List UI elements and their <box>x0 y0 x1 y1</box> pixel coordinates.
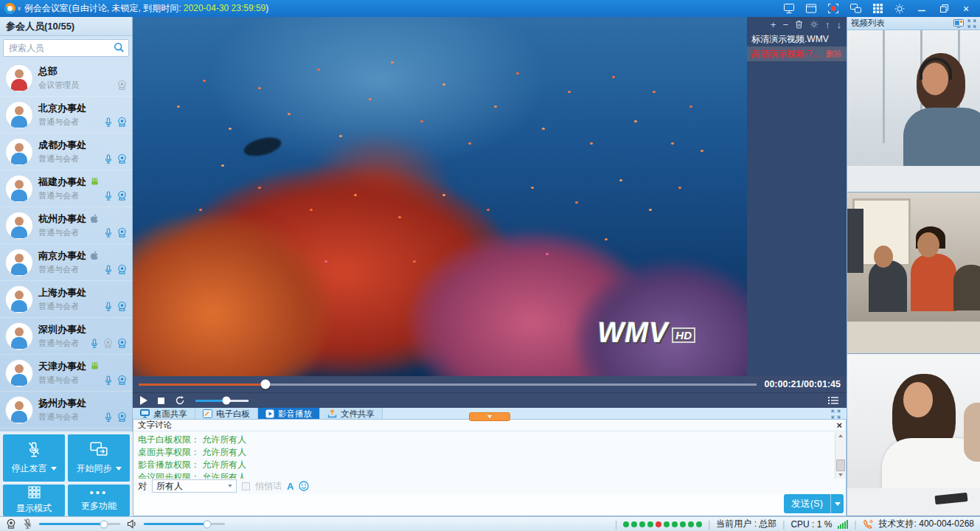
video-wall-icon[interactable] <box>953 19 964 28</box>
mic-icon[interactable] <box>104 117 113 128</box>
scroll-thumb[interactable] <box>836 459 845 471</box>
speaker-volume-slider[interactable] <box>144 523 225 525</box>
move-up-icon[interactable]: ↑ <box>825 20 830 30</box>
mic-icon[interactable] <box>104 375 113 386</box>
participant-row[interactable]: 南京办事处 普通与会者 <box>0 244 133 281</box>
start-sync-button[interactable]: 开始同步 <box>68 434 130 482</box>
webcam-icon[interactable] <box>117 190 127 201</box>
scroll-down-arrow[interactable] <box>835 471 846 479</box>
whisper-checkbox[interactable] <box>242 482 250 490</box>
video-thumbnail-3[interactable] <box>847 354 980 516</box>
emoji-button[interactable] <box>299 481 309 491</box>
playlist-settings-icon[interactable] <box>810 20 819 29</box>
close-button[interactable]: × <box>959 3 973 15</box>
webcam-icon[interactable] <box>117 338 127 349</box>
speaker-volume-thumb[interactable] <box>203 520 211 528</box>
chat-collapse-handle[interactable] <box>469 412 510 421</box>
scroll-up-arrow[interactable] <box>835 432 846 440</box>
fullscreen-expand-icon[interactable] <box>831 408 847 420</box>
participant-row[interactable]: 上海办事处 普通与会者 <box>0 281 133 318</box>
webcam-icon[interactable] <box>117 301 127 312</box>
tab-whiteboard[interactable]: 电子白板 <box>195 408 258 420</box>
participant-row[interactable]: 扬州办事处 普通与会者 <box>0 392 133 428</box>
video-thumbnail-2[interactable] <box>847 192 980 355</box>
more-functions-label: 更多功能 <box>81 500 117 513</box>
participant-row[interactable]: 深圳办事处 普通与会者 <box>0 318 133 355</box>
chat-close-icon[interactable]: × <box>836 420 842 431</box>
volume-slider[interactable] <box>195 400 249 402</box>
restore-button[interactable] <box>937 3 951 15</box>
playlist-item-delete-link[interactable]: 删除 <box>826 46 842 61</box>
tab-desktop-share[interactable]: 桌面共享 <box>133 408 195 420</box>
stop-speaking-button[interactable]: 停止发言 <box>3 434 65 482</box>
chevron-down-icon[interactable]: ∨ <box>17 5 21 12</box>
meeting-app-window: ∨ 例会会议室(自由讨论, 未锁定, 到期时间: 2020-04-30 23:5… <box>0 0 980 531</box>
play-button[interactable] <box>140 396 147 405</box>
minimize-button[interactable] <box>915 3 928 15</box>
app-logo-icon[interactable] <box>4 3 15 14</box>
layout-grid-icon[interactable] <box>871 3 884 15</box>
mic-icon[interactable] <box>104 264 113 276</box>
mic-volume-thumb[interactable] <box>100 520 108 528</box>
speaker-icon[interactable] <box>127 519 137 529</box>
participant-row[interactable]: 总部 会议管理员 <box>0 60 133 97</box>
display-mode-button[interactable]: 显示模式 <box>3 485 65 516</box>
playlist-remove-icon[interactable]: − <box>782 20 788 30</box>
mic-icon[interactable] <box>104 153 113 165</box>
chat-scrollbar[interactable] <box>835 432 845 479</box>
seek-bar[interactable] <box>139 384 757 386</box>
tab-file-share[interactable]: 文件共享 <box>320 408 383 420</box>
playlist-item[interactable]: 标清演示视频.WMV <box>747 32 847 46</box>
webcam-icon[interactable] <box>117 227 127 238</box>
settings-gear-icon[interactable] <box>893 3 906 15</box>
volume-thumb[interactable] <box>222 397 230 405</box>
send-button[interactable]: 发送(S) <box>784 494 844 513</box>
seek-thumb[interactable] <box>260 380 270 389</box>
webcam-icon[interactable] <box>117 375 127 386</box>
loop-button[interactable] <box>175 395 185 406</box>
webcam-icon[interactable] <box>117 117 127 128</box>
video-thumbnail-1[interactable] <box>847 30 980 192</box>
search-icon[interactable] <box>114 42 125 53</box>
webcam-disabled-icon[interactable] <box>117 80 127 91</box>
playlist-toggle-icon[interactable] <box>827 396 839 405</box>
mic-icon[interactable] <box>104 190 113 202</box>
stop-button[interactable] <box>158 398 164 404</box>
playlist-delete-icon[interactable] <box>795 20 803 29</box>
playlist-item[interactable]: 高清演示视频-720P.wmv 删除 <box>747 46 847 61</box>
more-functions-button[interactable]: ••• 更多功能 <box>68 485 130 516</box>
mic-icon[interactable] <box>104 301 113 313</box>
mic-muted-status-icon[interactable] <box>23 518 32 530</box>
move-down-icon[interactable]: ↓ <box>837 20 842 30</box>
screen-share-icon[interactable] <box>782 3 796 15</box>
participant-role: 普通与会者 <box>38 301 79 312</box>
participant-role: 普通与会者 <box>38 264 79 275</box>
participant-row[interactable]: 成都办事处 普通与会者 <box>0 133 133 170</box>
search-input[interactable] <box>3 39 129 57</box>
playlist-add-icon[interactable]: + <box>771 20 776 30</box>
record-icon[interactable] <box>827 3 840 15</box>
participant-row[interactable]: 福建办事处 普通与会者 <box>0 170 133 207</box>
tab-media-playback[interactable]: 影音播放 <box>258 408 320 420</box>
webcam-icon[interactable] <box>117 153 127 164</box>
participant-row[interactable]: 杭州办事处 普通与会者 <box>0 207 133 244</box>
webcam-icon[interactable] <box>117 264 127 275</box>
recipient-select[interactable]: 所有人 <box>152 479 237 493</box>
send-options-arrow[interactable] <box>831 502 844 506</box>
mic-volume-slider[interactable] <box>39 523 120 525</box>
panel-expand-icon[interactable] <box>967 19 976 28</box>
participant-row[interactable]: 天津办事处 普通与会者 <box>0 355 133 392</box>
webcam-icon[interactable] <box>117 412 127 423</box>
participant-row[interactable]: 北京办事处 普通与会者 <box>0 97 133 133</box>
mic-icon[interactable] <box>90 338 99 350</box>
webcam-status-icon[interactable] <box>6 518 16 530</box>
mic-icon[interactable] <box>104 412 113 423</box>
mic-icon[interactable] <box>104 227 113 239</box>
mic-muted-icon <box>26 441 42 459</box>
titlebar: ∨ 例会会议室(自由讨论, 未锁定, 到期时间: 2020-04-30 23:5… <box>0 0 980 17</box>
window-share-icon[interactable] <box>804 3 818 15</box>
send-video-icon[interactable] <box>849 3 862 15</box>
font-style-button[interactable]: A <box>287 481 293 492</box>
chat-message-input[interactable] <box>134 494 845 516</box>
webcam-disabled-icon[interactable] <box>103 338 113 349</box>
